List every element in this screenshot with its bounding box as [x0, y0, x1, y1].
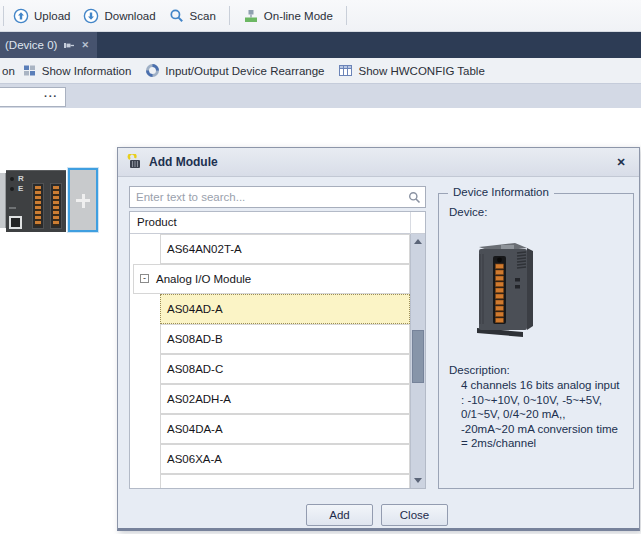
device-image [469, 238, 541, 340]
product-row-label: Analog I/O Module [156, 273, 251, 285]
scroll-up-icon[interactable] [414, 239, 422, 244]
product-row-label: AS08AD-C [167, 363, 223, 375]
search-input[interactable] [130, 187, 425, 207]
dialog-title-bar[interactable]: Add Module ✕ [118, 148, 639, 177]
ellipsis-button[interactable]: ··· [44, 90, 58, 102]
hwconfig-table-button[interactable]: Show HWCONFIG Table [338, 63, 484, 78]
ethernet-port [9, 216, 22, 229]
product-column-header[interactable]: Product [130, 212, 425, 234]
close-button[interactable]: Close [381, 504, 448, 526]
edit-toolbar: on Show Information Input/Output Device … [0, 58, 641, 83]
scan-icon [169, 8, 185, 24]
hwconfig-table-icon [338, 63, 353, 78]
io-rearrange-label: Input/Output Device Rearrange [165, 65, 324, 77]
product-row-label: AS08AD-B [167, 333, 223, 345]
product-row[interactable]: AS04DA-A [160, 414, 410, 444]
product-row[interactable]: AS06XA-A [160, 444, 410, 474]
description-label: Description: [449, 364, 510, 376]
tab-close-icon[interactable]: ✕ [81, 40, 89, 50]
ellipsis-field[interactable]: ··· [0, 87, 66, 107]
io-rearrange-icon [145, 63, 160, 78]
download-icon [83, 8, 99, 24]
product-group-row[interactable]: -Analog I/O Module [133, 264, 410, 294]
description-text: 4 channels 16 bits analog input : -10~+1… [461, 378, 629, 451]
tab-device-0[interactable]: (Device 0) ✕ [0, 32, 97, 58]
cut-off-label: on [2, 65, 15, 77]
show-information-icon [22, 63, 37, 78]
run-led [10, 177, 14, 181]
product-row[interactable]: AS64AN02T-A [160, 234, 410, 264]
online-mode-label: On-line Mode [264, 10, 333, 22]
product-row[interactable]: AS08AD-B [160, 324, 410, 354]
add-button[interactable]: Add [306, 504, 373, 526]
header-divider [410, 212, 411, 234]
scroll-down-icon[interactable] [414, 478, 422, 483]
led-label-r: R [18, 175, 24, 183]
add-module-icon [127, 154, 143, 170]
add-module-dialog: Add Module ✕ Product AS64AN02T-A-Analog … [117, 147, 640, 531]
document-tab-bar: (Device 0) ✕ [0, 32, 641, 58]
product-row-label: AS06XA-A [167, 453, 222, 465]
toolbar-separator [229, 6, 230, 25]
io-rearrange-button[interactable]: Input/Output Device Rearrange [145, 63, 324, 78]
toolbar-separator [3, 6, 4, 26]
list-scrollbar[interactable] [410, 234, 425, 488]
product-row-partial[interactable] [160, 474, 410, 489]
search-box [129, 186, 426, 208]
upload-label: Upload [34, 10, 70, 22]
online-mode-icon [243, 8, 259, 24]
scan-label: Scan [190, 10, 216, 22]
product-row[interactable]: AS04AD-A [160, 294, 410, 324]
plus-icon [82, 194, 85, 208]
scrollbar-thumb[interactable] [412, 330, 424, 383]
device-information-legend: Device Information [448, 186, 554, 198]
download-button[interactable]: Download [83, 8, 155, 24]
add-module-slot[interactable] [68, 168, 98, 232]
io-connector [32, 183, 44, 229]
tab-label: (Device 0) [5, 39, 57, 51]
cpu-marking [9, 207, 16, 209]
online-mode-button[interactable]: On-line Mode [243, 8, 333, 24]
dialog-close-icon[interactable]: ✕ [612, 156, 630, 169]
download-label: Download [104, 10, 155, 22]
product-row[interactable]: AS08AD-C [160, 354, 410, 384]
main-toolbar: Upload Download Scan On-line Mode [0, 0, 641, 32]
product-row-label: AS04DA-A [167, 423, 223, 435]
product-list-body: AS64AN02T-A-Analog I/O ModuleAS04AD-AAS0… [130, 234, 425, 488]
search-icon[interactable] [408, 191, 421, 204]
error-led [10, 187, 14, 191]
pin-icon[interactable] [63, 40, 75, 51]
upload-button[interactable]: Upload [13, 8, 70, 24]
toolbar-separator [346, 6, 347, 25]
show-information-label: Show Information [42, 65, 132, 77]
product-header-label: Product [137, 216, 177, 228]
upload-icon [13, 8, 29, 24]
led-label-e: E [18, 185, 23, 193]
product-row-label: AS04AD-A [167, 303, 223, 315]
scan-button[interactable]: Scan [169, 8, 216, 24]
property-band: ··· [0, 83, 641, 108]
hwconfig-table-label: Show HWCONFIG Table [358, 65, 484, 77]
show-information-button[interactable]: Show Information [22, 63, 132, 78]
cpu-module[interactable]: R E [6, 170, 66, 232]
collapse-icon[interactable]: - [140, 274, 149, 283]
product-row-label: AS64AN02T-A [167, 243, 242, 255]
product-row[interactable]: AS02ADH-A [160, 384, 410, 414]
product-list: Product AS64AN02T-A-Analog I/O ModuleAS0… [129, 211, 426, 489]
dialog-title: Add Module [149, 155, 218, 169]
device-label: Device: [449, 206, 487, 218]
io-connector [50, 183, 62, 229]
device-information-group: Device Information Device: [438, 193, 634, 489]
product-row-label: AS02ADH-A [167, 393, 231, 405]
plc-rack: R E [0, 168, 99, 233]
hwconfig-window: Upload Download Scan On-line Mode [0, 0, 641, 534]
